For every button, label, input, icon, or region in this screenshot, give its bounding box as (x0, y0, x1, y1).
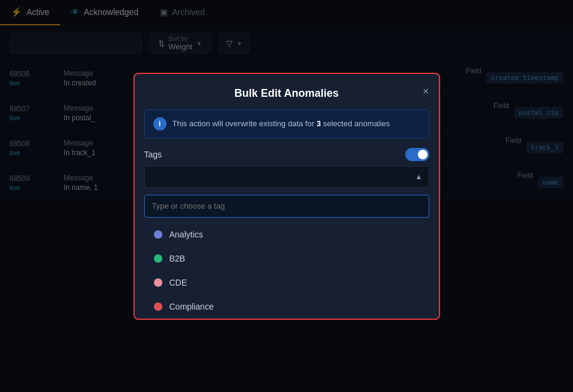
modal-header: Bulk Edit Anomalies × (135, 74, 439, 109)
info-banner: i This action will overwrite existing da… (144, 109, 429, 138)
tag-option-cde[interactable]: CDE (135, 271, 439, 295)
info-count: 3 (316, 119, 320, 128)
tags-label: Tags (144, 150, 162, 159)
tag-search-input[interactable] (144, 195, 429, 218)
tag-label-compliance: Compliance (170, 302, 214, 311)
tag-label-b2b: B2B (170, 254, 185, 263)
tag-option-analytics[interactable]: Analytics (135, 222, 439, 247)
tag-dot-analytics (154, 230, 162, 239)
chevron-up-icon: ▲ (415, 173, 423, 181)
tag-options-list: Analytics B2B CDE Compliance (135, 222, 439, 319)
tag-search-container (144, 195, 429, 218)
bulk-edit-modal: Bulk Edit Anomalies × i This action will… (133, 73, 440, 320)
tags-toggle[interactable] (405, 148, 429, 161)
tags-select-dropdown[interactable]: ▲ (144, 166, 429, 188)
modal-title: Bulk Edit Anomalies (234, 87, 339, 100)
tag-label-analytics: Analytics (170, 230, 203, 239)
tag-label-cde: CDE (170, 278, 188, 287)
info-suffix: selected anomalies (321, 119, 390, 128)
modal-overlay: Bulk Edit Anomalies × i This action will… (0, 0, 573, 392)
tags-row: Tags (144, 148, 429, 161)
tag-dot-compliance (154, 302, 162, 311)
tag-dot-b2b (154, 254, 162, 263)
tag-option-compliance[interactable]: Compliance (135, 295, 439, 319)
info-icon: i (153, 117, 167, 130)
info-prefix: This action will overwrite existing data… (173, 119, 317, 128)
close-button[interactable]: × (423, 86, 429, 97)
tag-dot-cde (154, 278, 162, 287)
tags-section: Tags ▲ (135, 148, 439, 195)
info-text: This action will overwrite existing data… (173, 119, 390, 128)
tag-option-b2b[interactable]: B2B (135, 247, 439, 271)
